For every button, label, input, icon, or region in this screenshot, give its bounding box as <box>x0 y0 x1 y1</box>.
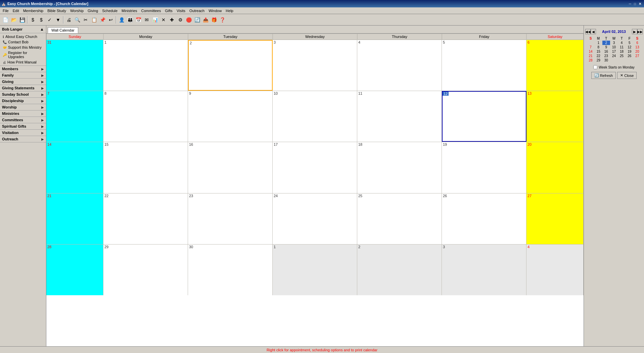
window-controls[interactable]: ─ □ ✕ <box>628 2 643 6</box>
sidebar-section-family[interactable]: Family ▶ <box>0 72 46 79</box>
sidebar-section-worship[interactable]: Worship ▶ <box>0 104 46 111</box>
sidebar-link-register[interactable]: 🔑 Register for Upgrades <box>0 50 46 59</box>
calendar-cell-apr30[interactable]: 30 <box>188 245 273 295</box>
menu-edit[interactable]: Edit <box>11 8 21 13</box>
toolbar-refresh[interactable]: 🔄 <box>193 16 201 24</box>
mini-day-21[interactable]: 21 <box>587 54 595 58</box>
mini-cal-next-next[interactable]: ▶▶ <box>637 29 643 34</box>
toolbar-print[interactable]: 🖨 <box>65 16 73 24</box>
sidebar-user-expand[interactable]: ▲ <box>40 27 44 32</box>
mini-day-2[interactable]: 2 <box>602 41 610 45</box>
mini-day-25[interactable]: 25 <box>618 54 626 58</box>
calendar-cell-apr14[interactable]: 14 <box>46 142 103 193</box>
calendar-cell-apr27[interactable]: 27 <box>526 193 584 244</box>
toolbar-arrow-down[interactable]: ▼ <box>54 16 62 24</box>
calendar-cell-may3[interactable]: 3 <box>442 245 526 295</box>
toolbar-dollar[interactable]: $ <box>29 16 37 24</box>
calendar-cell-apr5[interactable]: 5 <box>442 40 526 91</box>
sidebar-link-about[interactable]: ℹ About Easy Church <box>0 34 46 39</box>
mini-day-14[interactable]: 14 <box>587 49 595 54</box>
mini-day-20[interactable]: 20 <box>633 49 641 54</box>
toolbar-person[interactable]: 👤 <box>118 16 126 24</box>
mini-day-18[interactable]: 18 <box>618 49 626 54</box>
toolbar-calendar[interactable]: 📅 <box>134 16 142 24</box>
calendar-cell-apr4[interactable]: 4 <box>357 40 442 91</box>
sidebar-section-discipleship[interactable]: Discipleship ▶ <box>0 98 46 104</box>
toolbar-copy[interactable]: 📋 <box>90 16 98 24</box>
toolbar-chart[interactable]: 📊 <box>151 16 159 24</box>
toolbar-gift[interactable]: 🎁 <box>210 16 218 24</box>
mini-day-27[interactable]: 27 <box>633 54 641 58</box>
toolbar-cross[interactable]: ✚ <box>168 16 176 24</box>
menu-bible-study[interactable]: Bible Study <box>45 8 68 13</box>
mini-day-22[interactable]: 22 <box>595 54 602 58</box>
calendar-cell-apr18[interactable]: 18 <box>357 142 442 193</box>
sidebar-link-print[interactable]: 🖨 How Print Manual <box>0 59 46 65</box>
toolbar-scissors[interactable]: ✂ <box>82 16 90 24</box>
mini-day-24[interactable]: 24 <box>610 54 618 58</box>
menu-visits[interactable]: Visits <box>175 8 187 13</box>
menu-ministries[interactable]: Ministries <box>120 8 139 13</box>
mini-day-17[interactable]: 17 <box>610 49 618 54</box>
calendar-cell-apr15[interactable]: 15 <box>103 142 188 193</box>
toolbar-new[interactable]: 📄 <box>1 16 9 24</box>
mini-day-10[interactable]: 10 <box>610 45 618 49</box>
mini-day-12[interactable]: 12 <box>626 45 633 49</box>
calendar-cell-apr7[interactable]: 7 <box>46 91 103 142</box>
tab-wall-calendar[interactable]: Wall Calendar <box>48 27 78 33</box>
mini-cal-prev-prev[interactable]: ◀◀ <box>585 29 591 34</box>
calendar-cell-apr28[interactable]: 28 <box>46 245 103 295</box>
toolbar-paste[interactable]: 📌 <box>98 16 106 24</box>
toolbar-family[interactable]: 👪 <box>126 16 134 24</box>
sidebar-section-outreach[interactable]: Outreach ▶ <box>0 136 46 142</box>
toolbar-export[interactable]: 📤 <box>201 16 210 24</box>
toolbar-envelope[interactable]: ✉ <box>143 16 151 24</box>
calendar-cell-apr24[interactable]: 24 <box>273 193 357 244</box>
calendar-cell-apr12[interactable]: 12 <box>442 91 526 142</box>
calendar-cell-apr13[interactable]: 13 <box>526 91 584 142</box>
mini-day-26[interactable]: 26 <box>626 54 633 58</box>
calendar-cell-apr20[interactable]: 20 <box>526 142 584 193</box>
calendar-cell-may1[interactable]: 1 <box>273 245 357 295</box>
calendar-cell-may2[interactable]: 2 <box>357 245 442 295</box>
calendar-cell-apr9[interactable]: 9 <box>188 91 273 142</box>
calendar-cell-apr21[interactable]: 21 <box>46 193 103 244</box>
mini-day-30[interactable]: 30 <box>602 58 610 62</box>
calendar-cell-apr19[interactable]: 19 <box>442 142 526 193</box>
mini-day-8[interactable]: 8 <box>595 45 602 49</box>
week-starts-monday-checkbox[interactable] <box>593 65 597 69</box>
menu-schedule[interactable]: Schedule <box>100 8 120 13</box>
sidebar-link-support[interactable]: 🤝 Support this Ministry <box>0 45 46 50</box>
maximize-button[interactable]: □ <box>633 2 637 6</box>
menu-gifts[interactable]: Gifts <box>163 8 175 13</box>
sidebar-section-spiritual-gifts[interactable]: Spiritual Gifts ▶ <box>0 123 46 130</box>
menu-window[interactable]: Window <box>206 8 224 13</box>
toolbar-preview[interactable]: 🔍 <box>73 16 81 24</box>
calendar-cell-apr2[interactable]: 2 <box>188 40 273 91</box>
toolbar-x[interactable]: ✕ <box>159 16 168 24</box>
sidebar-section-committees[interactable]: Committees ▶ <box>0 117 46 123</box>
calendar-cell-apr25[interactable]: 25 <box>357 193 442 244</box>
calendar-cell-apr8[interactable]: 8 <box>103 91 188 142</box>
mini-day-3[interactable]: 3 <box>610 41 618 45</box>
calendar-cell-apr3[interactable]: 3 <box>273 40 357 91</box>
toolbar-undo[interactable]: ↩ <box>107 16 115 24</box>
calendar-cell-apr26[interactable]: 26 <box>442 193 526 244</box>
calendar-cell-apr29[interactable]: 29 <box>103 245 188 295</box>
mini-day-5[interactable]: 5 <box>626 41 633 45</box>
mini-day-11[interactable]: 11 <box>618 45 626 49</box>
minimize-button[interactable]: ─ <box>628 2 633 6</box>
toolbar-dollar2[interactable]: $ <box>37 16 45 24</box>
mini-day-15[interactable]: 15 <box>595 49 602 54</box>
mini-day-4[interactable]: 4 <box>618 41 626 45</box>
calendar-cell-apr23[interactable]: 23 <box>188 193 273 244</box>
mini-day-19[interactable]: 19 <box>626 49 633 54</box>
sidebar-section-giving[interactable]: Giving ▶ <box>0 79 46 85</box>
mini-day-13[interactable]: 13 <box>633 45 641 49</box>
toolbar-help[interactable]: ❓ <box>218 16 226 24</box>
refresh-button[interactable]: 🔄 Refresh <box>591 72 616 79</box>
close-button[interactable]: ✕ <box>637 2 643 6</box>
toolbar-save[interactable]: 💾 <box>18 16 26 24</box>
menu-help[interactable]: Help <box>224 8 235 13</box>
menu-worship[interactable]: Worship <box>68 8 86 13</box>
